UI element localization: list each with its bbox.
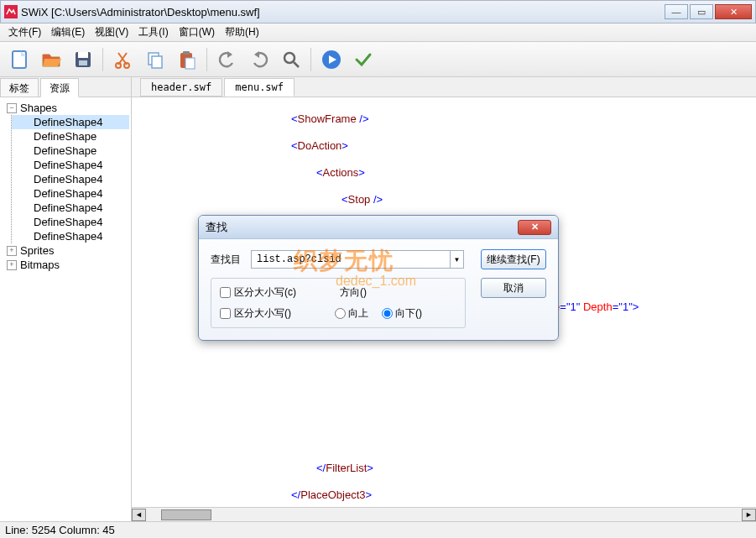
scroll-left-icon[interactable]: ◄	[132, 509, 146, 521]
menu-bar: 文件(F) 编辑(E) 视图(V) 工具(I) 窗口(W) 帮助(H)	[0, 24, 756, 42]
expand-icon[interactable]: +	[7, 246, 17, 256]
file-tabs: header.swf menu.swf	[132, 77, 756, 97]
toolbar	[0, 42, 756, 77]
resource-tree[interactable]: −Shapes DefineShape4 DefineShape DefineS…	[0, 97, 131, 521]
svg-point-5	[116, 63, 121, 68]
menu-file[interactable]: 文件(F)	[3, 24, 46, 41]
dropdown-icon[interactable]: ▼	[451, 250, 464, 269]
copy-button[interactable]	[141, 45, 169, 74]
collapse-icon[interactable]: −	[7, 103, 17, 113]
window-title: SWiX [C:\Users\Administrator\Desktop\men…	[21, 6, 663, 18]
match-case-c-checkbox[interactable]: 区分大小写(c)	[220, 285, 296, 300]
direction-up-radio[interactable]: 向上	[335, 306, 368, 321]
svg-rect-10	[183, 51, 190, 55]
expand-icon[interactable]: +	[7, 260, 17, 270]
tree-item[interactable]: DefineShape4	[12, 215, 129, 229]
tree-item[interactable]: DefineShape4	[12, 229, 129, 243]
cut-button[interactable]	[109, 45, 138, 74]
file-tab-menu[interactable]: menu.swf	[224, 78, 295, 97]
side-tabs: 标签 资源	[0, 77, 131, 97]
file-tab-header[interactable]: header.swf	[140, 78, 222, 97]
svg-rect-8	[152, 56, 162, 68]
tree-item[interactable]: DefineShape4	[12, 172, 129, 186]
tree-node-bitmaps[interactable]: +Bitmaps	[2, 258, 129, 272]
maximize-button[interactable]: ▭	[690, 4, 713, 19]
find-what-input[interactable]	[251, 250, 451, 269]
tree-item[interactable]: DefineShape	[12, 129, 129, 144]
dialog-title: 查找	[206, 220, 518, 235]
find-next-button[interactable]: 继续查找(F)	[481, 249, 546, 269]
h-scrollbar[interactable]: ◄ ►	[132, 507, 756, 521]
find-what-label: 查找目	[211, 253, 251, 267]
menu-help[interactable]: 帮助(H)	[220, 24, 264, 41]
tree-item[interactable]: DefineShape4	[12, 201, 129, 215]
menu-edit[interactable]: 编辑(E)	[46, 24, 90, 41]
direction-label: 方向()	[340, 285, 367, 300]
dialog-titlebar[interactable]: 查找 ✕	[199, 216, 558, 239]
find-dialog: 查找 ✕ 查找目 ▼ 继续查找(F) 区分大小写(c) 方向() 区分大小写()…	[198, 215, 559, 341]
paste-button[interactable]	[173, 45, 201, 74]
menu-tools[interactable]: 工具(I)	[133, 24, 173, 41]
cancel-button[interactable]: 取消	[481, 278, 546, 298]
tree-item[interactable]: DefineShape	[12, 144, 129, 158]
close-button[interactable]: ✕	[715, 4, 752, 19]
menu-view[interactable]: 视图(V)	[90, 24, 133, 41]
check-button[interactable]	[349, 45, 378, 74]
tree-node-shapes[interactable]: −Shapes	[2, 101, 129, 115]
direction-down-radio[interactable]: 向下()	[382, 306, 422, 321]
tree-item[interactable]: DefineShape4	[12, 186, 129, 201]
undo-button[interactable]	[213, 45, 242, 74]
match-case-checkbox[interactable]: 区分大小写()	[220, 306, 291, 321]
scroll-right-icon[interactable]: ►	[742, 509, 756, 521]
minimize-button[interactable]: —	[665, 4, 688, 19]
svg-rect-3	[78, 52, 88, 58]
svg-rect-11	[185, 58, 195, 69]
scroll-thumb[interactable]	[161, 509, 211, 520]
tree-item[interactable]: DefineShape4	[12, 115, 129, 129]
redo-button[interactable]	[245, 45, 274, 74]
search-button[interactable]	[277, 45, 305, 74]
tab-resources[interactable]: 资源	[40, 78, 79, 97]
menu-window[interactable]: 窗口(W)	[174, 24, 220, 41]
svg-rect-1	[13, 51, 26, 68]
app-icon	[4, 5, 18, 18]
svg-point-12	[284, 53, 295, 63]
dialog-close-button[interactable]: ✕	[518, 220, 551, 235]
tree-node-sprites[interactable]: +Sprites	[2, 243, 129, 258]
tab-tags[interactable]: 标签	[0, 78, 39, 97]
side-panel: 标签 资源 −Shapes DefineShape4 DefineShape D…	[0, 77, 132, 521]
tree-item[interactable]: DefineShape4	[12, 158, 129, 172]
svg-rect-4	[79, 60, 87, 65]
open-file-button[interactable]	[37, 45, 65, 74]
save-button[interactable]	[69, 45, 97, 74]
window-titlebar: SWiX [C:\Users\Administrator\Desktop\men…	[0, 0, 756, 24]
status-bar: Line: 5254 Column: 45	[0, 521, 756, 538]
svg-point-6	[124, 63, 129, 68]
status-position: Line: 5254 Column: 45	[5, 524, 115, 536]
play-button[interactable]	[317, 45, 346, 74]
new-file-button[interactable]	[5, 45, 34, 74]
